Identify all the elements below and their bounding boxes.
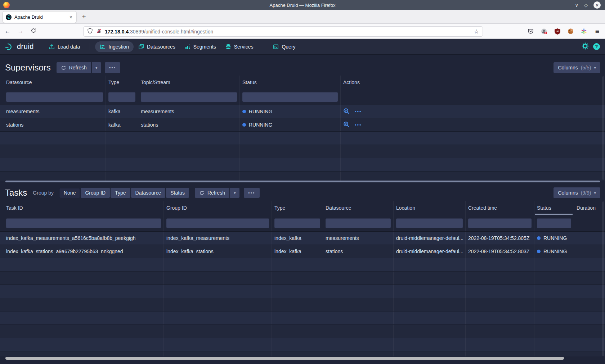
filter-created-time-input[interactable] [468,218,532,228]
nav-item-segments[interactable]: Segments [180,41,221,52]
column-header-type[interactable]: Type [272,201,323,215]
menu-icon[interactable]: ≡ [594,28,600,35]
column-header-location[interactable]: Location [394,201,466,215]
tab-close-icon[interactable]: × [68,14,73,20]
cell-actions: ••• [341,105,605,118]
supervisor-row[interactable]: measurements kafka measurements RUNNING … [0,105,605,118]
nav-separator [90,43,90,50]
nav-item-load-data[interactable]: Load data [44,41,85,52]
help-icon[interactable]: ? [593,43,600,50]
inspect-magnifier-icon[interactable] [343,108,350,115]
url-text[interactable]: 172.18.0.4:30899/unified-console.html#in… [105,29,474,35]
cookie-icon[interactable] [568,28,574,35]
chevron-down-icon: ▾ [594,65,596,70]
nav-item-label: Query [282,44,295,50]
group-by-status-button[interactable]: Status [166,188,189,198]
tasks-columns-button[interactable]: Columns (9/9) ▾ [554,187,600,198]
tab-apache-druid[interactable]: Apache Druid × [3,12,76,23]
group-by-datasource-button[interactable]: Datasource [131,188,166,198]
new-tab-button[interactable]: + [79,12,89,22]
tab-title: Apache Druid [14,14,68,20]
insecure-lock-icon[interactable] [96,28,102,35]
reload-button[interactable] [30,28,37,35]
filter-status-input[interactable] [242,92,338,102]
tasks-refresh-caret-button[interactable]: ▾ [230,188,239,198]
column-header-duration[interactable]: Duration [574,201,605,215]
inspect-magnifier-icon[interactable] [343,121,350,129]
supervisors-refresh-button[interactable]: Refresh [57,62,91,73]
filter-topic-input[interactable] [141,92,237,102]
tasks-more-button[interactable]: ••• [244,188,260,198]
ublock-icon[interactable]: UO [554,28,560,35]
shield-icon[interactable] [87,28,93,35]
filter-status-input[interactable] [537,218,571,228]
columns-label: Columns [558,190,578,196]
row-more-icon[interactable]: ••• [355,109,362,114]
more-icon: ••• [248,190,255,196]
supervisors-more-button[interactable]: ••• [105,62,121,73]
supervisors-refresh-caret-button[interactable]: ▾ [92,62,101,73]
filter-type-input[interactable] [108,92,135,102]
filter-type-input[interactable] [274,218,320,228]
browser-toolbar: ← → 172.18.0.4:30899/unified-console.htm… [0,24,605,39]
cell-created-time: 2022-08-19T05:34:52.805Z [466,232,534,245]
filter-datasource-input[interactable] [6,92,103,102]
tasks-refresh-button[interactable]: Refresh [195,188,229,198]
nav-item-services[interactable]: Services [221,41,258,52]
filter-task-id-input[interactable] [6,218,161,228]
cell-duration [574,245,605,258]
nav-item-ingestion[interactable]: Ingestion [95,41,134,52]
refresh-icon [61,65,66,70]
supervisors-columns-button[interactable]: Columns (5/5) ▾ [554,62,600,73]
task-row[interactable]: index_kafka_stations_a9a679b22795b63_nnk… [0,245,605,258]
nav-item-label: Load data [58,44,80,50]
tasks-vertical-scrollbar[interactable] [602,201,604,356]
extension-asterisk-icon[interactable] [581,28,587,35]
task-row[interactable]: index_kafka_measurements_a5616c5ba8afb8b… [0,232,605,245]
group-by-type-button[interactable]: Type [111,188,130,198]
status-dot-icon [537,236,541,240]
window-minimize-button[interactable]: ∨ [575,3,578,8]
account-icon[interactable] [541,28,547,35]
filter-datasource-input[interactable] [326,218,391,228]
group-by-none-button[interactable]: None [59,188,80,198]
bookmark-star-icon[interactable]: ☆ [474,28,479,35]
row-more-icon[interactable]: ••• [355,122,362,128]
supervisors-table: Datasource Type Topic/Stream Status Acti… [0,76,605,181]
column-header-created-time[interactable]: Created time [466,201,534,215]
settings-gear-icon[interactable] [582,42,589,51]
back-button[interactable]: ← [4,28,12,35]
nav-item-query[interactable]: Query [268,41,300,52]
empty-row [0,338,605,351]
column-header-status-sorted[interactable]: Status [534,201,574,215]
column-header-task-id[interactable]: Task ID [4,201,164,215]
supervisors-horizontal-scrollbar[interactable] [5,181,600,182]
filter-group-id-input[interactable] [166,218,269,228]
forward-button[interactable]: → [17,28,24,35]
segments-icon [185,44,191,50]
supervisors-vertical-scrollbar[interactable] [602,76,604,180]
datasources-icon [138,44,144,50]
druid-logo[interactable]: druid [5,42,34,51]
nav-item-datasources[interactable]: Datasources [134,41,180,52]
cell-type: index_kafka [272,232,323,245]
column-header-group-id[interactable]: Group ID [164,201,272,215]
window-close-button[interactable]: × [593,1,601,9]
cell-datasource: stations [4,118,106,131]
column-header-datasource[interactable]: Datasource [4,76,106,89]
pocket-icon[interactable] [528,28,534,35]
window-maximize-button[interactable]: ◇ [584,3,588,8]
group-by-group-id-button[interactable]: Group ID [81,188,110,198]
services-icon [225,44,231,50]
column-header-type[interactable]: Type [106,76,138,89]
tasks-horizontal-scrollbar[interactable] [5,357,564,360]
column-header-status[interactable]: Status [240,76,341,89]
supervisor-row[interactable]: stations kafka stations RUNNING ••• [0,118,605,132]
nav-item-label: Segments [193,44,216,50]
column-header-topic-stream[interactable]: Topic/Stream [138,76,240,89]
cell-type: kafka [106,105,138,118]
filter-location-input[interactable] [396,218,463,228]
column-header-datasource[interactable]: Datasource [323,201,394,215]
url-bar[interactable]: 172.18.0.4:30899/unified-console.html#in… [83,26,483,37]
tasks-table: Task ID Group ID Type Datasource Locatio… [0,201,605,356]
